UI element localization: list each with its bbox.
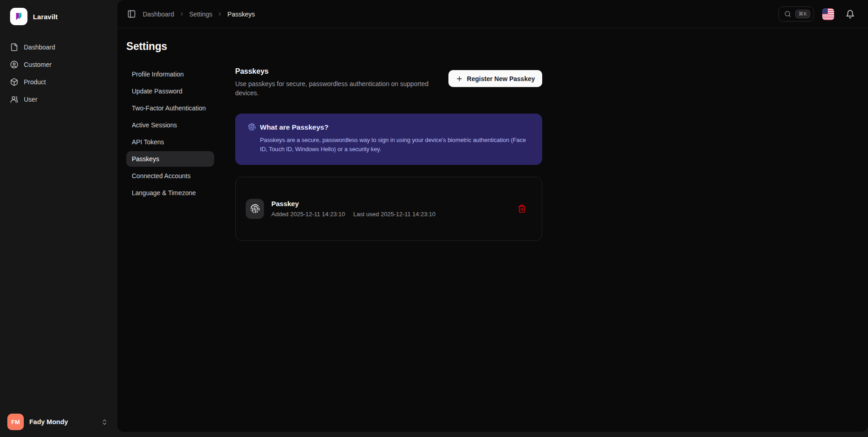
sidebar-item-dashboard[interactable]: Dashboard [5,39,112,55]
users-icon [10,95,18,104]
settings-nav-api-tokens[interactable]: API Tokens [126,134,214,150]
breadcrumb: Dashboard Settings Passkeys [143,11,255,18]
file-icon [10,43,18,51]
sidebar-nav: Dashboard Customer Product User [0,39,117,107]
panel-left-icon [127,10,136,18]
search-icon [784,11,791,17]
trash-icon [518,204,526,213]
passkey-card: Passkey Added 2025-12-11 14:23:10 Last u… [235,177,542,241]
delete-passkey-button[interactable] [515,202,529,216]
global-search-button[interactable]: ⌘K [778,6,814,22]
package-icon [10,78,18,86]
passkey-name: Passkey [271,200,436,208]
sidebar-item-user[interactable]: User [5,92,112,107]
sidebar-item-customer[interactable]: Customer [5,57,112,72]
fingerprint-icon [246,199,264,219]
user-name: Fady Mondy [29,418,68,426]
sidebar-item-label: User [24,96,38,103]
main-panel: Dashboard Settings Passkeys ⌘K Set [117,0,868,432]
settings-nav-update-password[interactable]: Update Password [126,83,214,99]
app-name: Laravilt [33,13,58,21]
banner-body: Passkeys are a secure, passwordless way … [260,136,529,154]
chevrons-up-down-icon [101,419,108,426]
settings-nav: Profile Information Update Password Two-… [126,66,214,241]
settings-nav-two-factor[interactable]: Two-Factor Authentication [126,100,214,116]
topbar: Dashboard Settings Passkeys ⌘K [117,0,868,28]
sidebar-item-label: Customer [24,61,52,68]
passkeys-section: Passkeys Use passkeys for secure, passwo… [235,66,542,241]
breadcrumb-passkeys: Passkeys [227,11,255,18]
topbar-actions: ⌘K [778,6,858,22]
fingerprint-icon [248,123,256,131]
avatar: FM [7,414,24,430]
sidebar-item-label: Product [24,78,46,86]
passkeys-info-banner: What are Passkeys? Passkeys are a secure… [235,114,542,165]
passkeys-heading: Passkeys [235,67,446,76]
app-logo[interactable]: Laravilt [0,0,117,27]
chevron-right-icon [179,11,185,17]
notifications-button[interactable] [842,6,858,22]
bell-icon [846,10,855,19]
page-title: Settings [126,40,857,53]
settings-nav-connected-accounts[interactable]: Connected Accounts [126,168,214,184]
passkeys-description: Use passkeys for secure, passwordless au… [235,79,446,98]
user-menu-trigger[interactable]: FM Fady Mondy [4,410,113,433]
settings-nav-passkeys[interactable]: Passkeys [126,151,214,167]
passkeys-header-text: Passkeys Use passkeys for secure, passwo… [235,66,446,98]
passkey-last-used-date: Last used 2025-12-11 14:23:10 [353,211,436,218]
settings-nav-profile-information[interactable]: Profile Information [126,66,214,82]
sidebar-item-product[interactable]: Product [5,74,112,90]
sidebar: Laravilt Dashboard Customer Product User [0,0,117,437]
passkey-info: Passkey Added 2025-12-11 14:23:10 Last u… [271,200,436,218]
banner-title: What are Passkeys? [260,123,329,131]
passkey-added-date: Added 2025-12-11 14:23:10 [271,211,345,218]
chevron-right-icon [217,11,223,17]
user-circle-icon [10,60,18,69]
breadcrumb-settings[interactable]: Settings [189,11,213,18]
breadcrumb-dashboard[interactable]: Dashboard [143,11,174,18]
sidebar-item-label: Dashboard [24,44,55,51]
language-flag-us-icon[interactable] [822,8,834,20]
plus-icon [456,75,463,82]
content: Settings Profile Information Update Pass… [117,28,868,241]
laravilt-logo-icon [10,8,27,25]
sidebar-toggle-button[interactable] [124,6,139,22]
register-new-passkey-label: Register New Passkey [467,75,535,82]
search-shortcut-badge: ⌘K [795,10,810,18]
settings-nav-language-timezone[interactable]: Language & Timezone [126,185,214,201]
register-new-passkey-button[interactable]: Register New Passkey [448,70,542,87]
settings-nav-active-sessions[interactable]: Active Sessions [126,117,214,133]
